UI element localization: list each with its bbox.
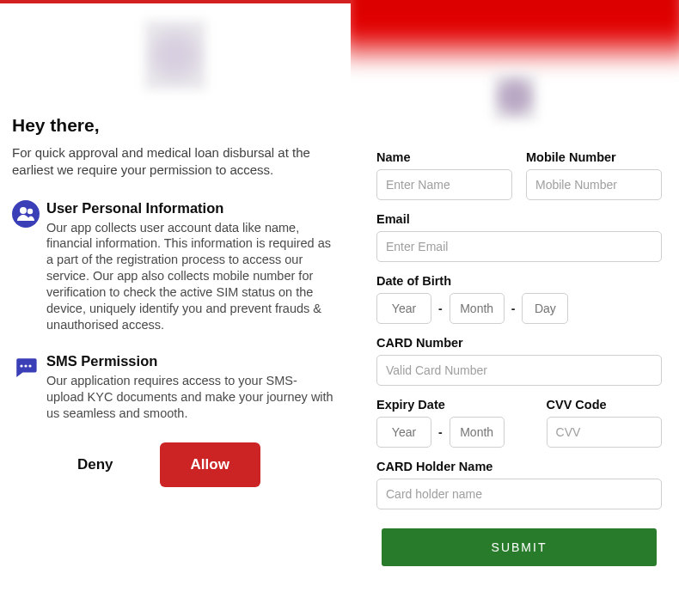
svg-point-3 <box>20 365 22 368</box>
brand-banner-blurred <box>351 0 679 69</box>
card-number-label: CARD Number <box>376 336 662 350</box>
mobile-input[interactable] <box>526 169 662 200</box>
svg-point-0 <box>12 200 40 228</box>
dob-sep: - <box>511 302 516 315</box>
form-logo-blurred <box>493 73 536 120</box>
permissions-screen: Hey there, For quick approval and medica… <box>0 0 351 616</box>
name-label: Name <box>376 150 512 164</box>
svg-point-4 <box>24 365 27 368</box>
dob-sep: - <box>438 302 443 315</box>
greeting-title: Hey there, <box>12 115 339 136</box>
cvv-input[interactable] <box>547 417 662 448</box>
logo-area <box>0 3 351 115</box>
sms-icon <box>12 353 46 381</box>
dob-year-input[interactable] <box>376 293 431 324</box>
email-label: Email <box>376 212 662 226</box>
expiry-month-input[interactable] <box>450 417 505 448</box>
expiry-year-input[interactable] <box>376 417 431 448</box>
expiry-sep: - <box>438 425 443 439</box>
card-holder-input[interactable] <box>376 479 662 509</box>
permission-sms: SMS Permission Our application requires … <box>12 353 339 422</box>
greeting-subtitle: For quick approval and medical loan disb… <box>12 144 339 180</box>
expiry-label: Expiry Date <box>376 398 533 412</box>
svg-point-2 <box>28 208 33 213</box>
app-logo-blurred <box>145 21 205 89</box>
permission-user-info: User Personal Information Our app collec… <box>12 200 339 333</box>
permission-sms-title: SMS Permission <box>46 353 333 369</box>
form-header <box>351 0 679 133</box>
svg-point-1 <box>20 207 27 214</box>
allow-button[interactable]: Allow <box>160 442 260 487</box>
submit-button[interactable]: SUBMIT <box>382 528 657 566</box>
permission-user-info-title: User Personal Information <box>46 200 333 217</box>
permission-sms-desc: Our application requires access to your … <box>46 373 333 422</box>
email-input[interactable] <box>376 231 662 262</box>
card-details-form-screen: Name Mobile Number Email Date of Birth - <box>351 0 679 616</box>
name-input[interactable] <box>376 169 512 200</box>
cvv-label: CVV Code <box>547 398 662 412</box>
dob-day-input[interactable] <box>522 293 568 324</box>
mobile-label: Mobile Number <box>526 150 662 164</box>
card-number-input[interactable] <box>376 355 662 386</box>
card-holder-label: CARD Holder Name <box>376 460 662 473</box>
dob-label: Date of Birth <box>376 274 662 288</box>
deny-button[interactable]: Deny <box>62 442 129 487</box>
permission-user-info-desc: Our app collects user account data like … <box>46 220 333 333</box>
svg-point-5 <box>28 365 31 368</box>
user-info-icon <box>12 200 46 228</box>
dob-month-input[interactable] <box>450 293 505 324</box>
